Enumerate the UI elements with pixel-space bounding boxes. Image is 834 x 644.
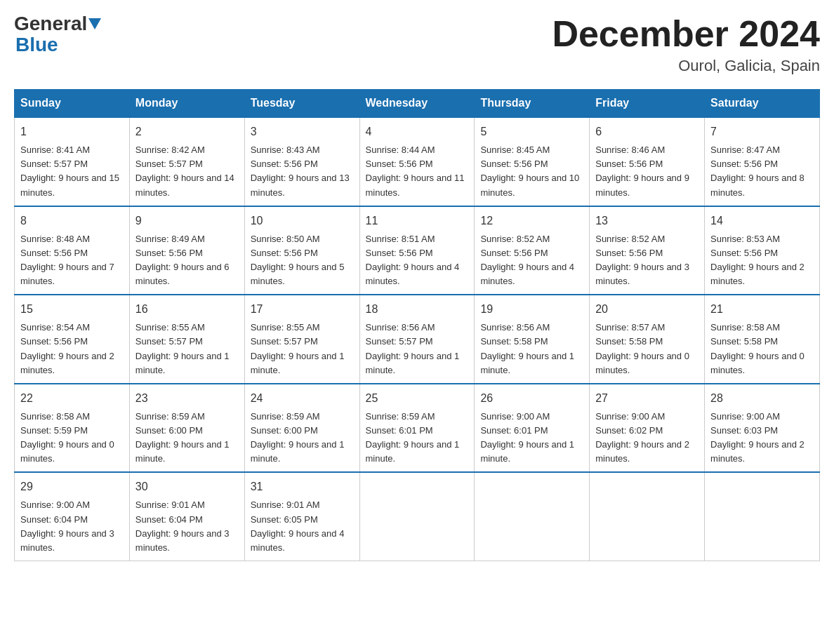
- day-number: 17: [251, 301, 354, 318]
- calendar-cell: 3 Sunrise: 8:43 AMSunset: 5:56 PMDayligh…: [244, 117, 359, 206]
- day-number: 9: [135, 213, 239, 229]
- calendar-cell: 6 Sunrise: 8:46 AMSunset: 5:56 PMDayligh…: [590, 117, 705, 206]
- calendar-cell: [705, 472, 820, 561]
- calendar-cell: 21 Sunrise: 8:58 AMSunset: 5:58 PMDaylig…: [705, 295, 820, 384]
- day-info: Sunrise: 8:47 AMSunset: 5:56 PMDaylight:…: [710, 145, 805, 197]
- day-info: Sunrise: 8:59 AMSunset: 6:00 PMDaylight:…: [135, 411, 230, 464]
- day-number: 19: [480, 301, 583, 318]
- calendar-cell: 13 Sunrise: 8:52 AMSunset: 5:56 PMDaylig…: [590, 206, 705, 295]
- day-info: Sunrise: 8:58 AMSunset: 5:59 PMDaylight:…: [20, 411, 114, 464]
- calendar-cell: 24 Sunrise: 8:59 AMSunset: 6:00 PMDaylig…: [244, 384, 359, 473]
- day-number: 24: [251, 390, 354, 407]
- day-number: 12: [480, 213, 583, 229]
- day-info: Sunrise: 9:00 AMSunset: 6:04 PMDaylight:…: [20, 499, 114, 552]
- day-number: 4: [366, 123, 469, 140]
- weekday-header-tuesday: Tuesday: [244, 90, 359, 118]
- day-info: Sunrise: 8:52 AMSunset: 5:56 PMDaylight:…: [595, 234, 689, 286]
- calendar-table: SundayMondayTuesdayWednesdayThursdayFrid…: [14, 89, 820, 561]
- day-info: Sunrise: 8:45 AMSunset: 5:56 PMDaylight:…: [480, 145, 579, 197]
- day-info: Sunrise: 8:59 AMSunset: 6:00 PMDaylight:…: [251, 411, 345, 464]
- day-info: Sunrise: 8:44 AMSunset: 5:56 PMDaylight:…: [366, 145, 465, 197]
- calendar-week-row: 22 Sunrise: 8:58 AMSunset: 5:59 PMDaylig…: [15, 384, 820, 473]
- weekday-header-monday: Monday: [129, 90, 244, 118]
- calendar-cell: 7 Sunrise: 8:47 AMSunset: 5:56 PMDayligh…: [705, 117, 820, 206]
- logo-general: General: [14, 14, 87, 34]
- weekday-header-friday: Friday: [590, 90, 705, 118]
- weekday-header-thursday: Thursday: [475, 90, 590, 118]
- day-info: Sunrise: 8:55 AMSunset: 5:57 PMDaylight:…: [251, 322, 345, 375]
- day-info: Sunrise: 8:49 AMSunset: 5:56 PMDaylight:…: [135, 234, 230, 286]
- day-info: Sunrise: 8:50 AMSunset: 5:56 PMDaylight:…: [251, 234, 345, 286]
- day-info: Sunrise: 9:00 AMSunset: 6:03 PMDaylight:…: [710, 411, 805, 464]
- calendar-week-row: 15 Sunrise: 8:54 AMSunset: 5:56 PMDaylig…: [15, 295, 820, 384]
- calendar-cell: 28 Sunrise: 9:00 AMSunset: 6:03 PMDaylig…: [705, 384, 820, 473]
- day-number: 20: [595, 301, 699, 318]
- day-number: 3: [251, 123, 354, 140]
- day-number: 23: [135, 390, 239, 407]
- day-number: 8: [20, 213, 124, 229]
- day-number: 11: [366, 213, 469, 229]
- logo: General Blue: [14, 14, 101, 56]
- calendar-cell: 25 Sunrise: 8:59 AMSunset: 6:01 PMDaylig…: [359, 384, 475, 473]
- calendar-week-row: 1 Sunrise: 8:41 AMSunset: 5:57 PMDayligh…: [15, 117, 820, 206]
- calendar-cell: 11 Sunrise: 8:51 AMSunset: 5:56 PMDaylig…: [359, 206, 475, 295]
- calendar-cell: 4 Sunrise: 8:44 AMSunset: 5:56 PMDayligh…: [359, 117, 475, 206]
- calendar-cell: 23 Sunrise: 8:59 AMSunset: 6:00 PMDaylig…: [129, 384, 244, 473]
- logo-blue: Blue: [15, 34, 58, 56]
- calendar-cell: 26 Sunrise: 9:00 AMSunset: 6:01 PMDaylig…: [475, 384, 590, 473]
- calendar-cell: 5 Sunrise: 8:45 AMSunset: 5:56 PMDayligh…: [475, 117, 590, 206]
- day-info: Sunrise: 8:56 AMSunset: 5:57 PMDaylight:…: [366, 322, 460, 375]
- weekday-header-row: SundayMondayTuesdayWednesdayThursdayFrid…: [15, 90, 820, 118]
- day-number: 5: [480, 123, 583, 140]
- svg-marker-0: [88, 18, 101, 29]
- day-number: 30: [135, 478, 239, 495]
- day-number: 21: [710, 301, 814, 318]
- calendar-cell: [475, 472, 590, 561]
- calendar-cell: 18 Sunrise: 8:56 AMSunset: 5:57 PMDaylig…: [359, 295, 475, 384]
- location: Ourol, Galicia, Spain: [552, 57, 820, 75]
- calendar-cell: 1 Sunrise: 8:41 AMSunset: 5:57 PMDayligh…: [15, 117, 130, 206]
- calendar-cell: 30 Sunrise: 9:01 AMSunset: 6:04 PMDaylig…: [129, 472, 244, 561]
- day-info: Sunrise: 8:42 AMSunset: 5:57 PMDaylight:…: [135, 145, 234, 197]
- calendar-cell: [359, 472, 475, 561]
- calendar-week-row: 8 Sunrise: 8:48 AMSunset: 5:56 PMDayligh…: [15, 206, 820, 295]
- day-info: Sunrise: 8:55 AMSunset: 5:57 PMDaylight:…: [135, 322, 230, 375]
- day-info: Sunrise: 9:01 AMSunset: 6:05 PMDaylight:…: [251, 499, 345, 552]
- calendar-cell: 9 Sunrise: 8:49 AMSunset: 5:56 PMDayligh…: [129, 206, 244, 295]
- month-title: December 2024: [552, 14, 820, 54]
- day-number: 13: [595, 213, 699, 229]
- day-number: 27: [595, 390, 699, 407]
- day-number: 2: [135, 123, 239, 140]
- calendar-cell: 14 Sunrise: 8:53 AMSunset: 5:56 PMDaylig…: [705, 206, 820, 295]
- calendar-cell: 8 Sunrise: 8:48 AMSunset: 5:56 PMDayligh…: [15, 206, 130, 295]
- calendar-cell: 10 Sunrise: 8:50 AMSunset: 5:56 PMDaylig…: [244, 206, 359, 295]
- day-info: Sunrise: 8:59 AMSunset: 6:01 PMDaylight:…: [366, 411, 460, 464]
- logo-arrow-icon: [88, 18, 101, 29]
- calendar-cell: 31 Sunrise: 9:01 AMSunset: 6:05 PMDaylig…: [244, 472, 359, 561]
- weekday-header-saturday: Saturday: [705, 90, 820, 118]
- day-info: Sunrise: 8:53 AMSunset: 5:56 PMDaylight:…: [710, 234, 805, 286]
- day-info: Sunrise: 8:48 AMSunset: 5:56 PMDaylight:…: [20, 234, 114, 286]
- day-number: 18: [366, 301, 469, 318]
- calendar-cell: 17 Sunrise: 8:55 AMSunset: 5:57 PMDaylig…: [244, 295, 359, 384]
- day-number: 28: [710, 390, 814, 407]
- day-info: Sunrise: 8:43 AMSunset: 5:56 PMDaylight:…: [251, 145, 350, 197]
- weekday-header-wednesday: Wednesday: [359, 90, 475, 118]
- day-info: Sunrise: 8:57 AMSunset: 5:58 PMDaylight:…: [595, 322, 689, 375]
- calendar-cell: 2 Sunrise: 8:42 AMSunset: 5:57 PMDayligh…: [129, 117, 244, 206]
- calendar-week-row: 29 Sunrise: 9:00 AMSunset: 6:04 PMDaylig…: [15, 472, 820, 561]
- page-header: General Blue December 2024 Ourol, Galici…: [14, 14, 820, 75]
- calendar-cell: 20 Sunrise: 8:57 AMSunset: 5:58 PMDaylig…: [590, 295, 705, 384]
- day-number: 10: [251, 213, 354, 229]
- day-number: 14: [710, 213, 814, 229]
- day-number: 26: [480, 390, 583, 407]
- day-number: 29: [20, 478, 124, 495]
- day-info: Sunrise: 8:52 AMSunset: 5:56 PMDaylight:…: [480, 234, 574, 286]
- day-number: 22: [20, 390, 124, 407]
- day-info: Sunrise: 8:58 AMSunset: 5:58 PMDaylight:…: [710, 322, 805, 375]
- day-info: Sunrise: 9:01 AMSunset: 6:04 PMDaylight:…: [135, 499, 230, 552]
- day-number: 1: [20, 123, 124, 140]
- day-info: Sunrise: 8:51 AMSunset: 5:56 PMDaylight:…: [366, 234, 460, 286]
- day-number: 25: [366, 390, 469, 407]
- calendar-cell: 15 Sunrise: 8:54 AMSunset: 5:56 PMDaylig…: [15, 295, 130, 384]
